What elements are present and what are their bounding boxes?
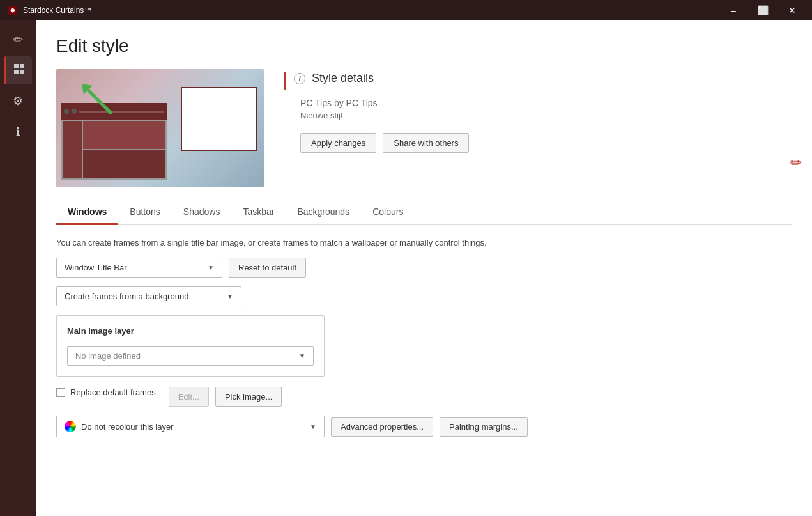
tab-buttons[interactable]: Buttons <box>118 200 171 225</box>
app-title: Stardock Curtains™ <box>23 6 91 15</box>
replace-checkbox[interactable] <box>56 388 65 397</box>
action-buttons: Apply changes Share with others <box>300 133 792 153</box>
image-select-dropdown[interactable]: No image defined ▼ <box>67 346 314 366</box>
svg-rect-3 <box>14 70 19 74</box>
replace-checkbox-label: Replace default frames <box>70 387 156 397</box>
svg-rect-1 <box>14 64 19 68</box>
title-bar-left: Stardock Curtains™ <box>8 5 91 15</box>
window-controls: – ⬜ ✕ <box>719 0 807 20</box>
recolour-dropdown[interactable]: Do not recolour this layer ▼ <box>56 416 325 437</box>
info-circle-icon: i <box>294 73 305 84</box>
image-select-arrow-icon: ▼ <box>299 352 305 359</box>
recolour-row: Do not recolour this layer ▼ Advanced pr… <box>56 416 792 437</box>
edit-icon: ✏ <box>13 33 23 47</box>
tabs-container: Windows Buttons Shadows Taskbar Backgrou… <box>56 200 792 225</box>
sidebar-item-edit[interactable]: ✏ <box>4 26 32 54</box>
pick-image-button[interactable]: Pick image... <box>215 387 282 407</box>
window-part-dropdown[interactable]: Window Title Bar ▼ <box>56 258 222 278</box>
preview-window2 <box>181 87 257 151</box>
image-layer-box: Main image layer No image defined ▼ <box>56 315 325 377</box>
app-icon <box>8 5 18 15</box>
share-with-others-button[interactable]: Share with others <box>383 133 469 153</box>
frames-mode-row: Create frames from a background ▼ <box>56 286 792 306</box>
frames-dropdown-arrow-icon: ▼ <box>227 293 233 300</box>
style-author: PC Tips by PC Tips <box>300 98 792 108</box>
image-layer-title: Main image layer <box>67 326 314 336</box>
painting-margins-button[interactable]: Painting margins... <box>440 417 528 437</box>
replace-row: Replace default frames Edit... Pick imag… <box>56 387 792 407</box>
tab-shadows[interactable]: Shadows <box>172 200 232 225</box>
tab-backgrounds[interactable]: Backgrounds <box>286 200 361 225</box>
reset-to-default-button[interactable]: Reset to default <box>229 258 306 278</box>
style-details-title: Style details <box>312 72 374 85</box>
tab-colours[interactable]: Colours <box>361 200 415 225</box>
frames-mode-dropdown[interactable]: Create frames from a background ▼ <box>56 286 241 306</box>
top-section: i Style details PC Tips by PC Tips Nieuw… <box>56 69 792 187</box>
sidebar-item-settings[interactable]: ⚙ <box>4 87 32 115</box>
image-dropdown-row: No image defined ▼ <box>67 346 314 366</box>
title-bar: Stardock Curtains™ – ⬜ ✕ <box>0 0 812 20</box>
edit-pencil-button[interactable]: ✏ <box>790 155 802 171</box>
title-bar-row: Window Title Bar ▼ Reset to default <box>56 258 792 278</box>
styles-icon <box>13 63 26 79</box>
info-icon-sidebar: ℹ <box>16 125 20 139</box>
page-title: Edit style <box>56 36 792 56</box>
close-button[interactable]: ✕ <box>778 0 807 20</box>
recolour-swatch-icon <box>65 421 76 432</box>
style-details-header: i Style details <box>284 72 792 90</box>
svg-rect-2 <box>20 64 24 68</box>
sidebar-item-styles[interactable] <box>4 56 32 84</box>
svg-line-5 <box>85 87 111 113</box>
svg-rect-4 <box>20 70 24 74</box>
style-preview <box>56 69 264 187</box>
apply-changes-button[interactable]: Apply changes <box>300 133 376 153</box>
sidebar-item-about[interactable]: ℹ <box>4 118 32 146</box>
minimize-button[interactable]: – <box>719 0 748 20</box>
edit-button: Edit... <box>169 387 209 407</box>
app-container: ✏ ⚙ ℹ Edit style <box>0 20 812 516</box>
sidebar: ✏ ⚙ ℹ <box>0 20 36 516</box>
tab-taskbar[interactable]: Taskbar <box>231 200 286 225</box>
recolour-dropdown-arrow-icon: ▼ <box>310 423 316 430</box>
tab-windows[interactable]: Windows <box>56 200 118 225</box>
replace-checkbox-row: Replace default frames <box>56 387 156 397</box>
dropdown-arrow-icon: ▼ <box>208 264 214 271</box>
gear-icon: ⚙ <box>13 94 23 108</box>
arrow-indicator <box>79 81 117 121</box>
windows-tab-content: You can create frames from a single titl… <box>56 238 792 437</box>
advanced-properties-button[interactable]: Advanced properties... <box>331 417 433 437</box>
style-subtitle: Nieuwe stijl <box>300 111 792 120</box>
main-content: Edit style <box>36 20 812 516</box>
restore-button[interactable]: ⬜ <box>748 0 778 20</box>
style-details: i Style details PC Tips by PC Tips Nieuw… <box>284 69 792 187</box>
section-description: You can create frames from a single titl… <box>56 238 792 247</box>
